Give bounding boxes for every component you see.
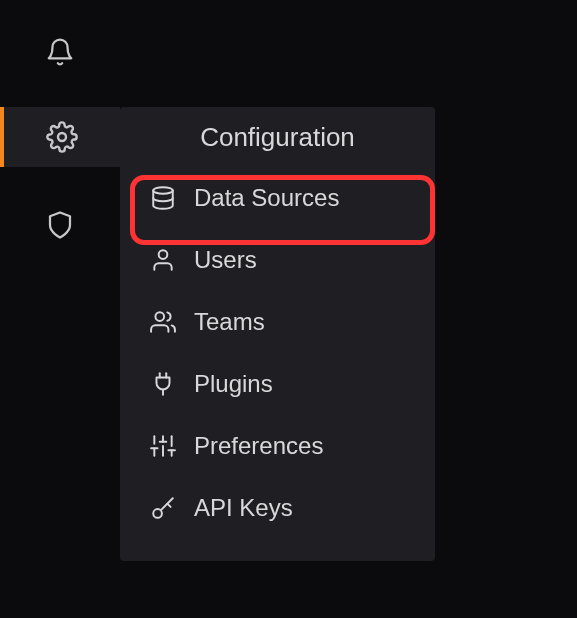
plug-icon xyxy=(150,371,176,397)
flyout-item-label: Data Sources xyxy=(194,184,339,212)
flyout-item-plugins[interactable]: Plugins xyxy=(120,353,435,415)
sidebar xyxy=(0,0,120,618)
flyout-item-data-sources[interactable]: Data Sources xyxy=(120,167,435,229)
flyout-title: Configuration xyxy=(120,107,435,167)
flyout-item-label: Teams xyxy=(194,308,265,336)
svg-point-3 xyxy=(155,312,164,321)
shield-icon xyxy=(45,208,75,242)
configuration-flyout: Configuration Data Sources Users Teams xyxy=(120,107,435,561)
flyout-item-api-keys[interactable]: API Keys xyxy=(120,477,435,539)
users-icon xyxy=(150,309,176,335)
flyout-item-preferences[interactable]: Preferences xyxy=(120,415,435,477)
svg-point-2 xyxy=(159,250,168,259)
flyout-item-label: Users xyxy=(194,246,257,274)
sliders-icon xyxy=(150,433,176,459)
bell-icon xyxy=(45,37,75,67)
sidebar-item-alerts[interactable] xyxy=(0,22,120,82)
flyout-item-label: Preferences xyxy=(194,432,323,460)
flyout-item-teams[interactable]: Teams xyxy=(120,291,435,353)
flyout-item-label: Plugins xyxy=(194,370,273,398)
key-icon xyxy=(150,495,176,521)
svg-point-0 xyxy=(58,133,66,141)
user-icon xyxy=(150,247,176,273)
flyout-item-users[interactable]: Users xyxy=(120,229,435,291)
sidebar-item-configuration[interactable] xyxy=(4,107,120,167)
database-icon xyxy=(150,185,176,211)
svg-point-13 xyxy=(153,509,162,518)
gear-icon xyxy=(46,121,78,153)
sidebar-item-server-admin[interactable] xyxy=(0,195,120,255)
flyout-item-label: API Keys xyxy=(194,494,293,522)
svg-point-1 xyxy=(153,187,173,194)
